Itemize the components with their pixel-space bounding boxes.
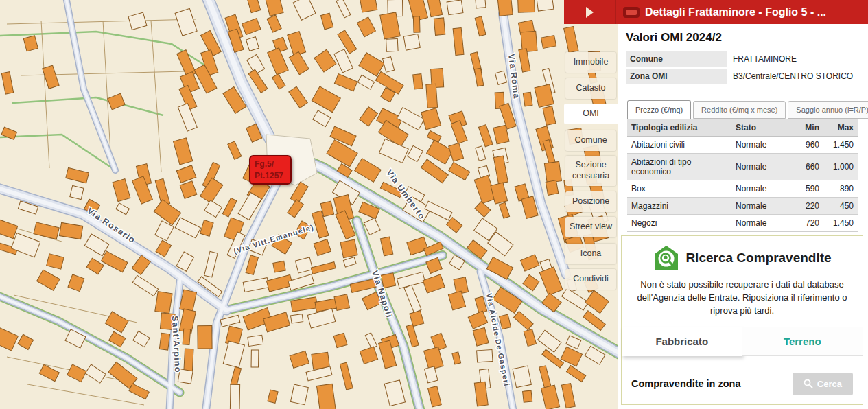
column-header: Min (795, 119, 823, 137)
table-cell: 1.000 (823, 154, 858, 180)
table-cell: Normale (731, 137, 795, 154)
card-bottom-row: Compravendite in zona Cerca (631, 373, 853, 395)
column-header: Tipologia edilizia (627, 119, 731, 137)
table-row: BoxNormale590890 (627, 180, 858, 198)
table-cell: Normale (731, 154, 795, 180)
sidebar-item-street-view[interactable]: Street view (565, 217, 616, 237)
card-tab-terreno[interactable]: Terreno (742, 327, 863, 356)
table-cell: 1.450 (823, 137, 858, 154)
table-cell: Normale (731, 215, 795, 232)
table-cell: 1.450 (823, 215, 858, 232)
table-cell: Magazzini (627, 198, 731, 215)
sidebar-item-immobile[interactable]: Immobile (565, 52, 616, 73)
sidebar-item-catasto[interactable]: Catasto (565, 78, 616, 99)
map-parcel-marker[interactable]: Fg.5/ Pt.1257 (249, 155, 292, 185)
cerca-button-label: Cerca (817, 379, 842, 389)
card-title-row: Ricerca Compravendite (622, 244, 863, 272)
table-cell: Normale (731, 180, 795, 198)
omi-detail-panel: Valori OMI 2024/2 Comune FRATTAMINORE Zo… (618, 24, 868, 409)
ricerca-compravendite-card: Ricerca Compravendite Non è stato possib… (621, 235, 863, 405)
omi-values-tabstrip: Prezzo (€/mq)Reddito (€/mq x mese)Saggio… (627, 100, 868, 119)
marker-particella: Pt.1257 (255, 170, 290, 182)
table-cell: Abitazioni civili (627, 137, 731, 154)
sidebar-item-sezione-censuaria[interactable]: Sezione censuaria (565, 156, 616, 186)
panel-heading: Valori OMI 2024/2 (626, 31, 868, 45)
house-search-icon (653, 244, 680, 272)
table-header-row: Tipologia ediliziaStatoMinMax (627, 119, 858, 137)
table-cell: 720 (795, 215, 823, 232)
search-icon (804, 379, 813, 388)
collapse-panel-button[interactable] (564, 0, 616, 24)
column-header: Max (823, 119, 858, 137)
table-cell: Abitazioni di tipo economico (627, 154, 731, 180)
table-cell: 450 (823, 198, 858, 215)
sidebar-menu: ImmobileCatastoOMIComuneSezione censuari… (564, 24, 618, 409)
table-cell: Normale (731, 198, 795, 215)
card-title: Ricerca Compravendite (685, 250, 831, 266)
table-cell: 590 (795, 180, 823, 198)
omi-tab-reddito-mq-x-mese-[interactable]: Reddito (€/mq x mese) (693, 101, 786, 119)
app-window: Via RomaVia UmbertoVia RosarioVia Napoli… (0, 0, 868, 409)
table-cell: 960 (795, 137, 823, 154)
table-cell: Negozi (627, 215, 731, 232)
column-header: Stato (731, 119, 795, 137)
zona-omi-label: Zona OMI (626, 69, 727, 84)
table-row: Abitazioni civiliNormale9601.450 (627, 137, 858, 154)
omi-tab-saggio-annuo-i-r-p-[interactable]: Saggio annuo (i=R/P) (788, 101, 868, 119)
sidebar-item-posizione[interactable]: Posizione (565, 191, 616, 212)
zona-omi-value: B3/Centrale/CENTRO STORICO (727, 69, 859, 84)
comune-value: FRATTAMINORE (727, 51, 859, 67)
cadastral-map[interactable]: Via RomaVia UmbertoVia RosarioVia Napoli… (0, 0, 624, 409)
table-cell: 660 (795, 154, 823, 180)
sidebar-item-omi[interactable]: OMI (564, 104, 618, 124)
card-tab-fabbricato[interactable]: Fabbricato (622, 327, 742, 356)
table-row: Abitazioni di tipo economicoNormale6601.… (627, 154, 858, 180)
status-badge-icon (623, 7, 640, 18)
table-cell: Box (627, 180, 731, 198)
detail-header: Dettagli Frattaminore - Foglio 5 - ... (564, 0, 868, 24)
table-row: NegoziNormale7201.450 (627, 215, 858, 232)
play-arrow-icon (586, 7, 594, 18)
sidebar-item-icona[interactable]: Icona (565, 244, 616, 264)
zone-search-label: Compravendite in zona (631, 378, 741, 389)
table-cell: 890 (823, 180, 858, 198)
zona-omi-row: Zona OMI B3/Centrale/CENTRO STORICO (626, 69, 859, 84)
card-tabstrip: FabbricatoTerreno (622, 327, 863, 356)
panel-title: Dettagli Frattaminore - Foglio 5 - ... (645, 6, 826, 19)
sidebar-item-condividi[interactable]: Condividi (565, 269, 616, 290)
table-row: MagazziniNormale220450 (627, 198, 858, 215)
sidebar-item-comune[interactable]: Comune (565, 130, 616, 151)
omi-tab-prezzo-mq-[interactable]: Prezzo (€/mq) (627, 100, 691, 119)
comune-label: Comune (626, 51, 727, 67)
cerca-button[interactable]: Cerca (793, 373, 853, 395)
comune-row: Comune FRATTAMINORE (626, 51, 859, 67)
marker-foglio: Fg.5/ (255, 159, 290, 170)
table-cell: 220 (795, 198, 823, 215)
omi-values-table: Tipologia ediliziaStatoMinMax Abitazioni… (627, 119, 858, 232)
location-info: Comune FRATTAMINORE Zona OMI B3/Centrale… (626, 51, 859, 84)
card-error-message: Non è stato possibile recuperare i dati … (629, 279, 856, 318)
